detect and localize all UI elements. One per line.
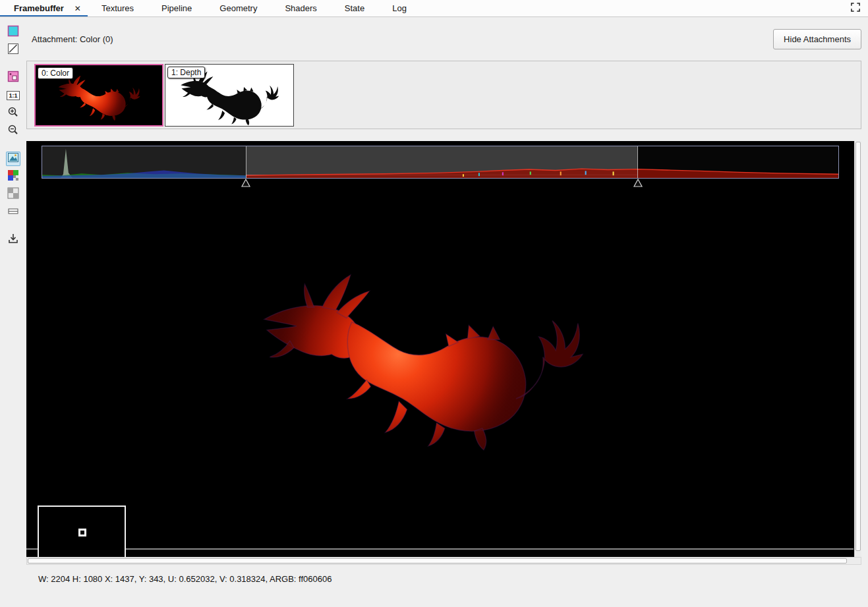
zoom-out-button[interactable] <box>6 124 20 138</box>
tab-textures-label: Textures <box>101 3 134 13</box>
zoom-in-button[interactable] <box>6 106 20 121</box>
white-point-handle[interactable] <box>633 178 643 187</box>
texture-display-dragon <box>260 240 583 462</box>
tab-log-label: Log <box>392 3 407 13</box>
texture-viewport[interactable] <box>26 141 861 557</box>
tab-log[interactable]: Log <box>378 0 420 16</box>
tab-textures[interactable]: Textures <box>88 0 148 16</box>
tab-pipeline-label: Pipeline <box>161 3 192 13</box>
zoom-actual-icon: 1:1 <box>7 91 19 100</box>
alpha-slash-icon <box>7 43 19 57</box>
hide-attachments-button[interactable]: Hide Attachments <box>773 29 861 49</box>
tab-state[interactable]: State <box>331 0 378 16</box>
tab-pipeline[interactable]: Pipeline <box>148 0 206 16</box>
tab-shaders[interactable]: Shaders <box>271 0 330 16</box>
subresource-button[interactable] <box>6 71 20 85</box>
status-bar: W: 2204 H: 1080 X: 1437, Y: 343, U: 0.65… <box>26 565 861 607</box>
attachment-thumbnail-depth[interactable]: 1: Depth <box>165 64 294 127</box>
attachment-header: Attachment: Color (0) Hide Attachments <box>26 17 861 61</box>
tab-close-icon[interactable]: ✕ <box>74 4 81 13</box>
background-color-swatch-icon <box>7 25 19 40</box>
content-area: 1:1 <box>0 17 868 607</box>
left-toolbar: 1:1 <box>0 17 26 607</box>
rgba-channels-icon <box>7 169 19 184</box>
attachment-label: Attachment: Color (0) <box>32 34 113 44</box>
attachments-strip: 0: Color 1: Depth <box>26 61 861 129</box>
rgba-channels-button[interactable] <box>6 169 20 184</box>
checkerboard-icon <box>7 187 19 202</box>
zoom-out-icon <box>7 124 19 138</box>
image-icon <box>7 152 19 166</box>
save-download-icon <box>7 233 19 247</box>
renderdoc-window: Framebuffer ✕ Textures Pipeline Geometry… <box>0 0 868 607</box>
save-texture-button[interactable] <box>6 233 20 247</box>
pixel-status-text: W: 2204 H: 1080 X: 1437, Y: 343, U: 0.65… <box>38 574 332 584</box>
flatten-range-button[interactable] <box>6 205 20 219</box>
display-image-button[interactable] <box>6 152 20 166</box>
attachment-thumbnail-color[interactable]: 0: Color <box>34 64 163 127</box>
pixel-cursor-marker <box>78 529 86 536</box>
zoom-actual-button[interactable]: 1:1 <box>6 88 20 103</box>
attachment-depth-label: 1: Depth <box>167 67 205 78</box>
vertical-scroll-thumb[interactable] <box>855 142 861 551</box>
zoom-in-icon <box>7 106 19 121</box>
fullscreen-button[interactable] <box>843 0 868 16</box>
tab-framebuffer-label: Framebuffer <box>14 3 64 13</box>
tab-framebuffer[interactable]: Framebuffer ✕ <box>0 0 88 16</box>
horizontal-scrollbar[interactable] <box>26 557 861 565</box>
histogram-plot <box>42 146 839 179</box>
tab-geometry[interactable]: Geometry <box>206 0 271 16</box>
subresource-icon <box>7 71 19 85</box>
tab-bar: Framebuffer ✕ Textures Pipeline Geometry… <box>0 0 868 17</box>
main-column: Attachment: Color (0) Hide Attachments 0… <box>26 17 868 607</box>
texture-bottom-edge <box>26 548 854 550</box>
vertical-scrollbar[interactable] <box>854 141 861 557</box>
attachment-color-label: 0: Color <box>38 67 73 79</box>
tab-geometry-label: Geometry <box>219 3 257 13</box>
tab-shaders-label: Shaders <box>285 3 316 13</box>
background-color-button[interactable] <box>6 25 20 40</box>
fullscreen-icon <box>850 2 861 15</box>
range-histogram[interactable] <box>42 146 839 179</box>
horizontal-scroll-thumb[interactable] <box>28 558 847 564</box>
pixel-context-view <box>38 506 126 557</box>
tab-state-label: State <box>345 3 364 13</box>
checkerboard-button[interactable] <box>6 187 20 202</box>
alpha-background-button[interactable] <box>6 43 20 57</box>
black-point-handle[interactable] <box>241 178 250 187</box>
flatten-range-icon <box>7 205 19 219</box>
